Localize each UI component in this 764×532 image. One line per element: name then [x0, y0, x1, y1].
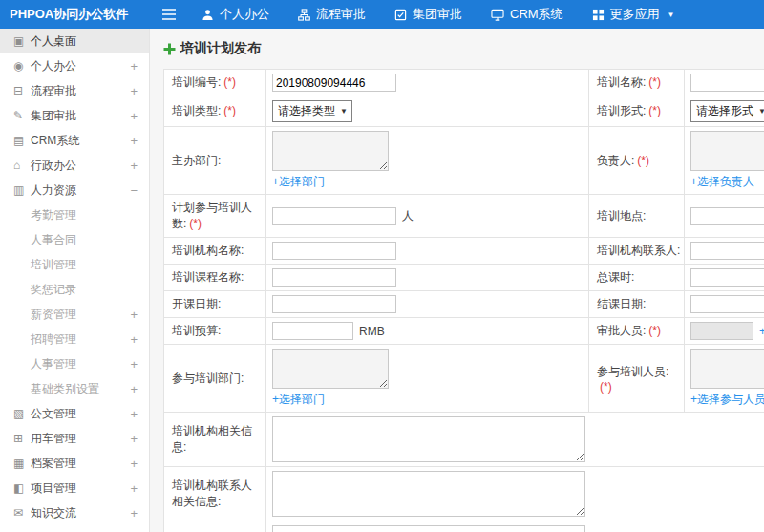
- form-row: 主办部门: +选择部门 负责人:(*) +选择负责人: [164, 127, 764, 195]
- expand-toggle[interactable]: +: [130, 481, 138, 496]
- expand-toggle[interactable]: +: [130, 159, 138, 173]
- chevron-down-icon: ▼: [340, 107, 348, 116]
- training-number-input[interactable]: [272, 74, 396, 92]
- sidebar-item-group-approval[interactable]: ✎ 集团审批 +: [0, 103, 149, 128]
- crm-icon: ▤: [13, 134, 31, 147]
- leader-textarea[interactable]: [690, 131, 764, 171]
- unit-suffix: 人: [402, 209, 414, 223]
- requirements-textarea[interactable]: [272, 525, 585, 532]
- sidebar-item-hr-contract[interactable]: 人事合同: [0, 227, 149, 252]
- nav-workflow-approval[interactable]: 流程审批: [284, 0, 380, 29]
- sidebar-item-desktop[interactable]: ▣ 个人桌面: [0, 29, 149, 53]
- app-title: PHPOA协同办公软件: [0, 0, 151, 29]
- expand-toggle[interactable]: +: [130, 506, 138, 521]
- field-label: 结课日期:: [597, 297, 646, 310]
- required-marker: (*): [600, 380, 612, 394]
- hr-icon: ▥: [13, 183, 31, 197]
- sidebar-item-label: 人力资源: [31, 182, 76, 199]
- training-type-select[interactable]: 请选择类型▼: [272, 100, 352, 122]
- sidebar-item-label: 人事管理: [31, 356, 76, 372]
- archive-icon: ▦: [13, 457, 31, 470]
- sidebar-item-workflow-approval[interactable]: ⊟ 流程审批 +: [0, 78, 149, 103]
- location-input[interactable]: [690, 207, 764, 225]
- building-icon: ⌂: [13, 159, 31, 172]
- choose-approver-link[interactable]: +选择审批人: [759, 325, 764, 338]
- field-label: 培训机构名称:: [172, 244, 244, 257]
- chevron-down-icon: ▼: [758, 107, 764, 116]
- required-marker: (*): [189, 217, 202, 230]
- sidebar-item-recruitment[interactable]: 招聘管理 +: [0, 327, 149, 351]
- expand-toggle[interactable]: +: [130, 308, 138, 322]
- approver-input[interactable]: [690, 322, 753, 340]
- join-dept-textarea[interactable]: [272, 349, 389, 389]
- host-dept-textarea[interactable]: [272, 131, 389, 171]
- planned-count-input[interactable]: [272, 207, 396, 225]
- project-icon: ◧: [13, 481, 31, 495]
- form-row: 培训预算: RMB 审批人员:(*) +选择审批人: [164, 318, 764, 345]
- start-date-input[interactable]: [272, 295, 396, 313]
- sidebar-item-official-doc[interactable]: ▧ 公文管理 +: [0, 401, 149, 426]
- org-name-input[interactable]: [272, 242, 396, 260]
- sidebar-item-base-category[interactable]: 基础类别设置 +: [0, 376, 149, 401]
- training-name-input[interactable]: [690, 74, 764, 92]
- user-icon: [202, 9, 214, 21]
- sidebar-item-hr[interactable]: ▥ 人力资源 −: [0, 178, 149, 202]
- expand-toggle[interactable]: +: [130, 382, 138, 396]
- car-icon: ⊞: [13, 432, 31, 445]
- sidebar-item-personnel[interactable]: 人事管理 +: [0, 351, 149, 376]
- end-date-input[interactable]: [690, 295, 764, 313]
- course-name-input[interactable]: [272, 268, 396, 287]
- sidebar-item-label: 考勤管理: [31, 207, 76, 223]
- nav-more-apps[interactable]: 更多应用 ▼: [578, 0, 690, 29]
- join-people-textarea[interactable]: [690, 349, 764, 389]
- expand-toggle[interactable]: +: [130, 84, 138, 98]
- choose-join-dept-link[interactable]: +选择部门: [272, 392, 325, 408]
- expand-toggle[interactable]: +: [130, 59, 138, 74]
- sidebar-item-project[interactable]: ◧ 项目管理 +: [0, 476, 149, 500]
- sidebar-item-personal-office[interactable]: ◉ 个人办公 +: [0, 53, 149, 78]
- sidebar-item-attendance[interactable]: 考勤管理: [0, 202, 149, 227]
- expand-toggle[interactable]: +: [130, 134, 138, 148]
- sidebar-item-crm[interactable]: ▤ CRM系统 +: [0, 128, 149, 153]
- sidebar-item-label: 招聘管理: [31, 331, 76, 348]
- budget-input[interactable]: [272, 322, 353, 340]
- choose-leader-link[interactable]: +选择负责人: [690, 174, 754, 190]
- main-content: 培训计划发布 培训编号:(*) 培训名称:(*) 培训类型:(*) 请选择类型▼…: [151, 29, 764, 532]
- nav-crm[interactable]: CRM系统: [477, 0, 578, 29]
- form-row: 培训编号:(*) 培训名称:(*): [164, 70, 764, 96]
- sidebar-item-label: 集团审批: [31, 108, 76, 124]
- choose-dept-link[interactable]: +选择部门: [272, 174, 325, 190]
- sidebar-item-admin-office[interactable]: ⌂ 行政办公 +: [0, 153, 149, 178]
- expand-toggle[interactable]: +: [130, 432, 138, 446]
- field-label: 培训机构联系人:: [597, 244, 680, 257]
- sidebar-item-salary[interactable]: 薪资管理 +: [0, 302, 149, 327]
- sidebar-item-label: 公文管理: [31, 406, 76, 422]
- expand-toggle[interactable]: +: [130, 457, 138, 471]
- sidebar-item-label: 奖惩记录: [31, 282, 76, 298]
- sidebar-item-reward-record[interactable]: 奖惩记录: [0, 277, 149, 302]
- sidebar-item-knowledge[interactable]: ✉ 知识交流 +: [0, 500, 149, 525]
- org-contact-input[interactable]: [690, 242, 764, 260]
- training-mode-select[interactable]: 请选择形式▼: [690, 100, 764, 122]
- workflow-icon: ⊟: [13, 84, 31, 97]
- nav-personal-office[interactable]: 个人办公: [187, 0, 284, 29]
- training-plan-form: 培训编号:(*) 培训名称:(*) 培训类型:(*) 请选择类型▼ 培训形式:(…: [163, 69, 764, 532]
- workflow-icon: [298, 9, 310, 21]
- desktop-icon: ▣: [13, 34, 31, 48]
- sidebar-item-training[interactable]: 培训管理: [0, 252, 149, 277]
- expand-toggle[interactable]: +: [130, 407, 138, 421]
- menu-toggle-button[interactable]: [151, 0, 187, 29]
- field-label: 培训编号:: [172, 75, 221, 89]
- sidebar-item-label: 个人办公: [31, 58, 76, 74]
- sidebar-item-archive[interactable]: ▦ 档案管理 +: [0, 451, 149, 476]
- expand-toggle[interactable]: +: [130, 332, 138, 347]
- sidebar-item-vehicle[interactable]: ⊞ 用车管理 +: [0, 426, 149, 451]
- org-info-textarea[interactable]: [272, 416, 585, 462]
- total-hours-input[interactable]: [690, 268, 764, 287]
- choose-join-people-link[interactable]: +选择参与人员: [690, 392, 764, 408]
- expand-toggle[interactable]: −: [130, 183, 138, 198]
- org-contact-info-textarea[interactable]: [272, 471, 585, 517]
- expand-toggle[interactable]: +: [130, 109, 138, 123]
- expand-toggle[interactable]: +: [130, 357, 138, 372]
- nav-group-approval[interactable]: 集团审批: [380, 0, 477, 29]
